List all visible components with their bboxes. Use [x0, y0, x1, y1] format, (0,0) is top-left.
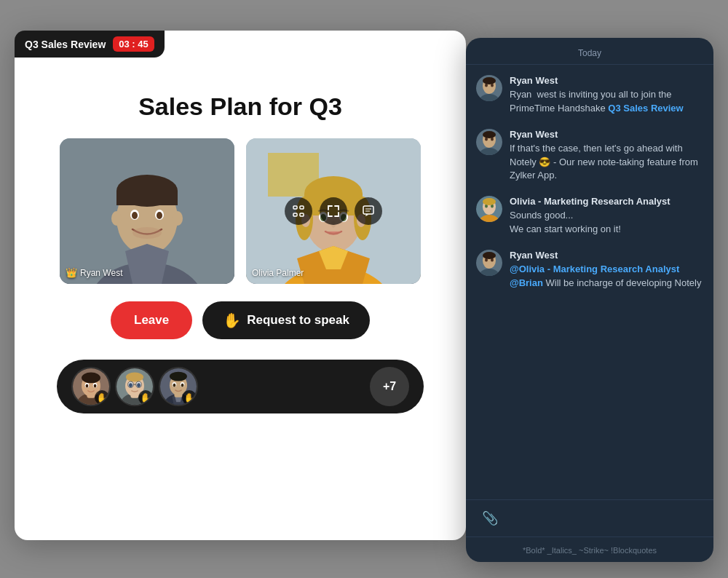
chat-message-1: Ryan West Ryan west is inviting you all … [476, 75, 703, 116]
svg-point-86 [483, 198, 496, 205]
attachment-button[interactable]: 📎 [476, 507, 504, 529]
chat-message-2: Ryan West If that's the case, then let's… [476, 129, 703, 183]
chat-message-3: Olivia - Marketing Research Analyst Soun… [476, 196, 703, 237]
presentation-title: Sales Plan for Q3 [138, 92, 342, 121]
msg-content-2: Ryan West If that's the case, then let's… [510, 129, 703, 183]
participant-avatar-3: ✋ [159, 367, 198, 406]
request-to-speak-button[interactable]: ✋ Request to speak [202, 301, 370, 339]
meeting-title: Q3 Sales Review [25, 39, 106, 50]
msg-avatar-1 [476, 75, 502, 101]
expand-btn[interactable] [320, 197, 347, 225]
msg-avatar-4 [476, 250, 502, 276]
svg-point-67 [173, 384, 176, 387]
fullscreen-btn[interactable] [285, 197, 312, 225]
svg-rect-36 [363, 206, 373, 214]
svg-point-74 [483, 77, 496, 84]
svg-point-46 [86, 384, 89, 388]
msg-text-3: Sounds good...We can start working on it… [510, 209, 703, 237]
svg-rect-5 [116, 191, 178, 205]
svg-point-10 [132, 227, 162, 239]
video-ryan: 👑 Ryan West [60, 138, 234, 284]
chat-message-4: Ryan West @Olivia - Marketing Research A… [476, 250, 703, 290]
video-olivia-controls [285, 197, 382, 225]
chat-messages: Ryan West Ryan west is inviting you all … [466, 65, 713, 499]
svg-point-47 [94, 384, 97, 388]
svg-rect-34 [293, 213, 297, 216]
title-bar: Q3 Sales Review 03 : 45 [15, 31, 165, 58]
svg-point-9 [157, 212, 162, 219]
msg-content-1: Ryan West Ryan west is inviting you all … [510, 75, 703, 116]
chat-date: Today [466, 38, 713, 65]
chat-toolbar: *Bold* _Italics_ ~Strike~ !Blockquotes [466, 537, 713, 562]
participant-avatar-1: ✋ [71, 367, 111, 406]
svg-point-55 [129, 383, 132, 387]
svg-point-43 [82, 373, 100, 384]
svg-point-68 [181, 384, 184, 387]
msg-sender-4: Ryan West [510, 250, 703, 261]
hand-indicator-3: ✋ [182, 390, 197, 405]
video-olivia-label: Olivia Palmer [252, 268, 304, 278]
svg-marker-13 [125, 244, 169, 284]
msg-text-4: @Olivia - Marketing Research Analyst @Br… [510, 263, 703, 290]
svg-point-52 [126, 373, 143, 382]
msg-sender-3: Olivia - Marketing Research Analyst [510, 196, 703, 207]
svg-point-11 [111, 211, 122, 226]
main-card: Q3 Sales Review 03 : 45 Sales Plan for Q… [15, 31, 466, 540]
svg-rect-35 [300, 213, 304, 216]
svg-point-92 [483, 252, 496, 259]
action-row: Leave ✋ Request to speak [111, 301, 370, 339]
video-grid: 👑 Ryan West [36, 138, 444, 284]
msg-text-1: Ryan west is inviting you all to join th… [510, 88, 703, 116]
extra-participants-count: +7 [370, 367, 409, 406]
svg-point-12 [173, 211, 183, 226]
timer-badge: 03 : 45 [113, 36, 154, 52]
msg-text-2: If that's the case, then let's go ahead … [510, 142, 703, 183]
video-olivia: Olivia Palmer [246, 138, 421, 284]
msg-content-4: Ryan West @Olivia - Marketing Research A… [510, 250, 703, 290]
chat-btn[interactable] [355, 197, 382, 225]
svg-point-80 [483, 131, 496, 138]
chat-toolbar-hints: *Bold* _Italics_ ~Strike~ !Blockquotes [523, 546, 657, 555]
msg-content-3: Olivia - Marketing Research Analyst Soun… [510, 196, 703, 237]
svg-point-64 [170, 372, 187, 381]
svg-point-8 [132, 212, 138, 219]
msg-avatar-3 [476, 196, 502, 222]
msg-sender-1: Ryan West [510, 75, 703, 86]
msg-sender-2: Ryan West [510, 129, 703, 140]
chat-input-area: 📎 [466, 499, 713, 537]
chat-input-field[interactable] [504, 513, 703, 524]
chat-panel: Today Ryan West Rya [466, 38, 713, 562]
svg-rect-32 [293, 206, 297, 209]
video-ryan-label: 👑 Ryan West [66, 267, 122, 278]
svg-rect-33 [300, 206, 304, 209]
participants-bar: ✋ ✋ [57, 360, 424, 413]
svg-point-56 [137, 383, 141, 387]
leave-button[interactable]: Leave [111, 301, 192, 339]
crown-icon: 👑 [66, 267, 77, 278]
participant-avatar-2: ✋ [115, 367, 154, 406]
msg-avatar-2 [476, 129, 502, 155]
hand-indicator-1: ✋ [95, 390, 109, 405]
hand-emoji: ✋ [223, 312, 241, 329]
hand-indicator-2: ✋ [138, 390, 153, 405]
